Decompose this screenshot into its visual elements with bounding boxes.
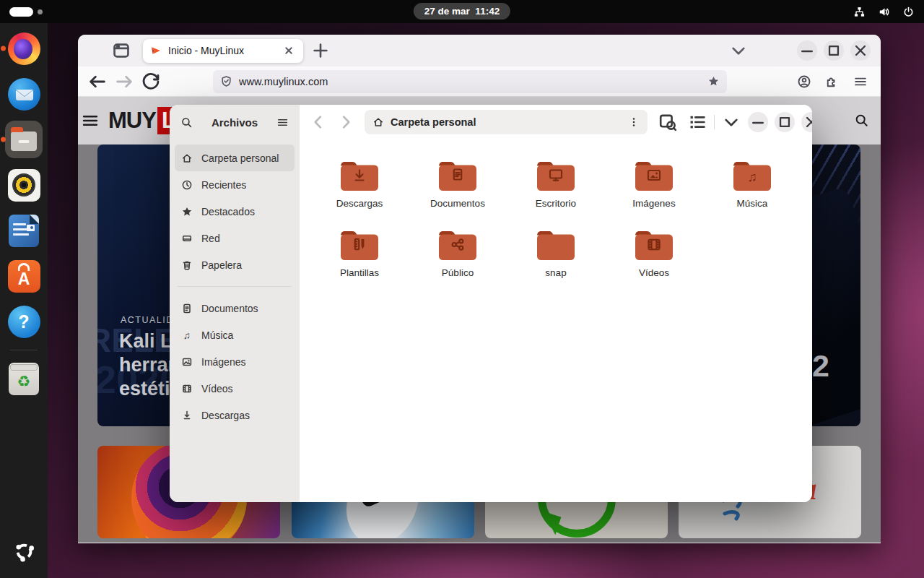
dock-item-rhythmbox[interactable]	[5, 166, 43, 204]
folder-item-escritorio[interactable]: Escritorio	[510, 158, 601, 209]
power-icon	[902, 6, 915, 18]
folder-item-vídeos[interactable]: Vídeos	[609, 228, 699, 278]
new-tab-button[interactable]	[310, 40, 331, 61]
sidebar-item-documentos[interactable]: Documentos	[175, 295, 295, 322]
dock-item-thunderbird[interactable]	[5, 75, 43, 113]
site-search-icon[interactable]	[854, 113, 869, 128]
svg-text:♫: ♫	[747, 170, 757, 184]
sidebar-item-papelera[interactable]: Papelera	[175, 251, 295, 278]
view-options-button[interactable]	[721, 112, 741, 132]
browser-maximize-button[interactable]	[824, 40, 844, 61]
path-kebab-menu-icon[interactable]	[628, 116, 640, 128]
firefox-icon	[8, 33, 40, 65]
gnome-topbar: 27 de mar 11:42	[0, 0, 924, 23]
minimize-icon	[797, 40, 817, 61]
files-forward-button[interactable]	[336, 112, 356, 132]
sidebar-item-música[interactable]: ♫Música	[175, 322, 295, 348]
dock-item-trash[interactable]: ♻	[5, 360, 43, 397]
maximize-icon	[824, 40, 844, 61]
sidebar-item-red[interactable]: Red	[175, 225, 295, 251]
files-close-button[interactable]	[801, 112, 812, 132]
folder-icon	[339, 228, 380, 262]
help-icon: ?	[8, 306, 40, 338]
sidebar-divider	[178, 286, 292, 287]
browser-close-button[interactable]	[850, 40, 871, 61]
libreoffice-writer-icon	[9, 215, 39, 247]
folder-item-descargas[interactable]: Descargas	[314, 158, 405, 209]
list-view-button[interactable]	[687, 112, 707, 132]
app-menu-icon[interactable]	[276, 116, 289, 129]
bookmark-star-icon[interactable]	[707, 75, 720, 87]
browser-minimize-button[interactable]	[797, 40, 817, 61]
files-back-button[interactable]	[308, 112, 328, 132]
site-menu-icon[interactable]	[81, 111, 100, 130]
path-bar[interactable]: Carpeta personal	[365, 110, 648, 134]
back-arrow-icon	[87, 71, 108, 92]
activities-pill[interactable]	[9, 7, 33, 17]
running-indicator-dot	[1, 46, 6, 51]
folder-item-público[interactable]: Público	[412, 228, 503, 278]
sidebar-item-vídeos[interactable]: Vídeos	[175, 375, 295, 402]
folder-item-plantillas[interactable]: Plantillas	[314, 228, 405, 278]
files-maximize-button[interactable]	[775, 112, 795, 132]
tab-close-button[interactable]	[282, 43, 296, 58]
list-all-tabs-button[interactable]	[728, 40, 749, 61]
home-icon	[181, 152, 193, 164]
folder-icon	[633, 158, 675, 193]
sidebar-item-recientes[interactable]: Recientes	[175, 171, 295, 198]
dock: A?♻	[0, 23, 48, 578]
folder-item-documentos[interactable]: Documentos	[412, 158, 503, 209]
folder-icon	[437, 228, 479, 262]
folder-icon	[535, 158, 577, 193]
plus-icon	[310, 40, 331, 61]
home-icon	[372, 116, 384, 128]
running-indicator-dot	[1, 137, 6, 142]
sidebar-item-carpeta-personal[interactable]: Carpeta personal	[175, 144, 295, 171]
sidebar-item-descargas[interactable]: Descargas	[175, 402, 295, 428]
dock-item-show-apps[interactable]	[5, 532, 43, 570]
forward-button[interactable]	[113, 71, 135, 92]
dock-item-firefox[interactable]	[5, 30, 43, 67]
download-icon	[181, 410, 193, 421]
show-apps-icon	[13, 540, 35, 563]
sidebar-item-label: Música	[201, 329, 233, 341]
forward-arrow-icon	[113, 71, 135, 92]
sidebar-item-imágenes[interactable]: Imágenes	[175, 348, 295, 375]
files-sidebar: Carpeta personalRecientesDestacadosRedPa…	[170, 139, 300, 502]
tracking-shield-icon[interactable]	[220, 75, 232, 87]
tab-title: Inicio - MuyLinux	[168, 45, 282, 56]
folder-label: Escritorio	[536, 198, 576, 209]
dock-item-ubuntu-software[interactable]: A	[5, 257, 43, 295]
menu-button[interactable]	[853, 74, 868, 89]
folder-label: Documentos	[430, 198, 485, 209]
clock[interactable]: 27 de mar 11:42	[414, 3, 510, 20]
dock-item-help[interactable]: ?	[5, 303, 43, 340]
maximize-icon	[775, 112, 795, 132]
muylinux-favicon-icon	[150, 45, 162, 56]
workspace-indicator-dot[interactable]	[38, 9, 43, 14]
sidebar-item-label: Documentos	[201, 303, 258, 314]
files-minimize-button[interactable]	[748, 112, 768, 132]
search-icon[interactable]	[180, 116, 193, 129]
dock-item-files[interactable]	[5, 121, 43, 158]
folder-label: Público	[442, 267, 474, 278]
url-bar[interactable]: www.muylinux.com	[213, 70, 727, 93]
folder-label: Imágenes	[632, 198, 675, 209]
reload-button[interactable]	[140, 71, 162, 92]
search-in-folder-button[interactable]	[658, 112, 678, 132]
sidebar-item-destacados[interactable]: Destacados	[175, 198, 295, 225]
back-button[interactable]	[87, 71, 108, 92]
extensions-button[interactable]	[825, 74, 840, 89]
account-button[interactable]	[797, 74, 811, 89]
sidebar-item-label: Vídeos	[201, 383, 233, 394]
network-icon	[181, 233, 193, 244]
dock-item-libreoffice-writer[interactable]	[5, 212, 43, 249]
firefox-view-icon	[111, 40, 131, 61]
browser-tab[interactable]: Inicio - MuyLinux	[143, 39, 303, 63]
folder-item-imágenes[interactable]: Imágenes	[609, 158, 699, 209]
sidebar-item-label: Recientes	[201, 179, 246, 191]
system-indicators[interactable]	[853, 0, 915, 23]
folder-item-snap[interactable]: snap	[510, 228, 601, 278]
firefox-view-button[interactable]	[111, 40, 131, 61]
folder-item-música[interactable]: ♫Música	[707, 158, 798, 209]
